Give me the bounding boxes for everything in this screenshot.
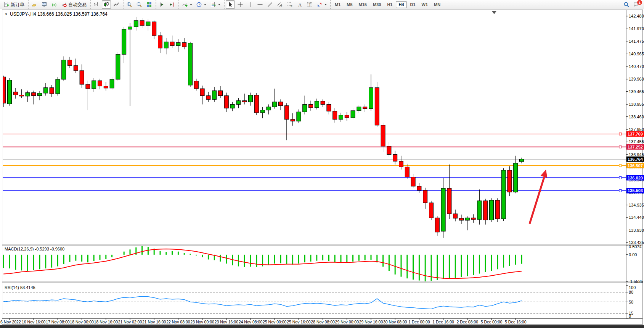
rsi-label: RSI(14) 53.4145 [5,285,35,290]
add-indicator-button[interactable] [180,0,194,9]
candle [387,146,391,155]
chart-template-button[interactable] [209,0,222,9]
line-handle[interactable] [619,146,622,148]
notifications-button[interactable]: 1 [632,0,641,9]
chart-frame [2,10,643,325]
candle [230,104,234,108]
period-button[interactable] [194,0,208,9]
bar-chart-mode-button[interactable] [92,0,101,9]
chart-shift-icon [169,2,175,8]
candle [38,93,42,96]
candlestick-mode-button[interactable] [102,0,111,9]
candle [375,88,379,125]
zoom-in-button[interactable] [125,0,134,9]
price-tick-label: 138.460 [629,115,644,119]
window-bottom-edge [0,325,644,328]
candle [339,115,343,120]
candle [520,159,524,162]
candle [74,66,78,71]
vertical-line-tool-icon [247,2,253,8]
line-chart-mode-button[interactable] [112,0,121,9]
candle [345,115,349,118]
price-chart-canvas[interactable]: ▼USDJPY-,H4 136.666 136.825 136.597 136.… [0,9,644,328]
timeframe-m1-button[interactable]: M1 [332,1,343,8]
timeframe-m15-button[interactable]: M15 [356,1,369,8]
candle [104,86,108,88]
search-icon [623,2,630,8]
crosshair-tool-icon [237,2,243,8]
equidistant-channel-tool-button[interactable]: E [275,0,284,9]
price-line-tag: 136.507 [628,163,643,168]
line-handle[interactable] [619,133,622,135]
horizontal-line-tool-button[interactable] [255,0,265,9]
toolbar-group: EFAT [224,0,329,9]
text-tool-button[interactable]: A [295,0,304,9]
arrows-tool-button[interactable] [315,0,328,9]
timeframe-h1-button[interactable]: H1 [384,1,395,8]
time-tick-label: 21 Nov 16:00 [142,320,166,324]
timeframe-m30-button[interactable]: M30 [370,1,384,8]
tile-windows-button[interactable] [145,0,154,9]
chevron-down-icon[interactable] [204,4,206,5]
candle [465,218,469,220]
timeframe-w1-button[interactable]: W1 [419,1,431,8]
zoom-out-button[interactable] [135,0,144,9]
price-tick-label: 141.475 [629,39,644,44]
time-tick-label: 18 Nov 00:00 [70,320,94,324]
community-icon [41,2,47,8]
line-handle[interactable] [619,177,622,179]
search-button[interactable] [622,0,631,9]
candle [435,218,439,232]
vertical-line-tool-button[interactable] [246,0,255,9]
chevron-down-icon[interactable] [218,4,220,5]
candle [417,186,421,190]
candle [429,203,434,218]
new-order-button[interactable]: 新订单 [2,0,26,9]
candle [267,107,271,110]
line-handle[interactable] [619,165,622,167]
crosshair-tool-button[interactable] [236,0,245,9]
toolbar-group [123,0,155,9]
trendline-tool-button[interactable] [265,0,275,9]
auto-scroll-button[interactable] [157,0,167,9]
candle [453,214,458,218]
publish-chart-button[interactable] [30,0,39,9]
candle [279,102,283,106]
price-tick-label: 134.935 [629,203,644,207]
candle [92,81,96,89]
new-order-button-label: 新订单 [11,2,24,8]
time-tick-label: 5 Dec 16:00 [505,320,527,324]
candle [363,107,367,109]
signals-button[interactable] [50,0,59,9]
timeframe-m5-button[interactable]: M5 [344,1,355,8]
equidistant-channel-tool-icon: E [277,2,283,8]
timeframe-mn-button[interactable]: MN [431,1,443,8]
candle [315,101,319,108]
candle [13,92,18,95]
chart-shift-button[interactable] [167,0,177,9]
time-tick-label: 23 Nov 00:00 [190,320,214,324]
candle [291,120,295,121]
time-tick-label: 23 Nov 16:00 [215,320,239,324]
candle [86,84,90,89]
candle [152,22,156,36]
line-handle[interactable] [619,189,622,192]
candle [260,110,265,113]
cursor-tool-button[interactable] [226,0,235,9]
chevron-down-icon[interactable] [324,4,327,5]
candle [357,107,361,111]
tile-windows-icon [146,2,152,8]
candle [351,111,355,118]
price-tick-label: 140.470 [629,64,644,69]
candle [507,170,512,192]
text-label-tool-button[interactable]: T [305,0,314,9]
timeframe-h4-button[interactable]: H4 [396,1,406,8]
symbol-dropdown-icon[interactable]: ▼ [5,13,8,16]
fibonacci-tool-button[interactable]: F [285,0,294,9]
chevron-down-icon[interactable] [190,4,192,5]
horizontal-line-tool-icon [257,2,263,8]
time-tick-label: 28 Nov 08:00 [311,320,335,324]
auto-trading-button[interactable]: 自动交易 [59,0,88,9]
community-button[interactable] [40,0,49,9]
timeframe-d1-button[interactable]: D1 [408,1,418,8]
